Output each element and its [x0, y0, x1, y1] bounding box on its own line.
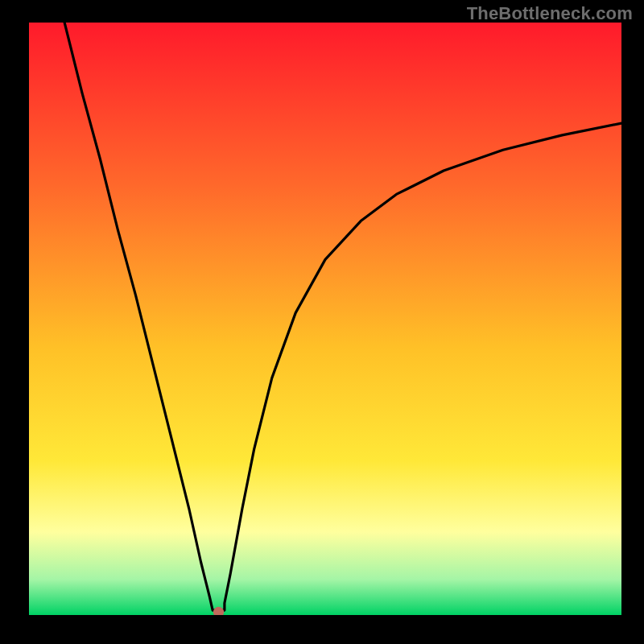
- gradient-background: [29, 23, 621, 615]
- plot-svg: [29, 23, 621, 615]
- watermark-text: TheBottleneck.com: [467, 3, 633, 24]
- chart-frame: TheBottleneck.com: [0, 0, 644, 644]
- plot-area: [29, 23, 621, 615]
